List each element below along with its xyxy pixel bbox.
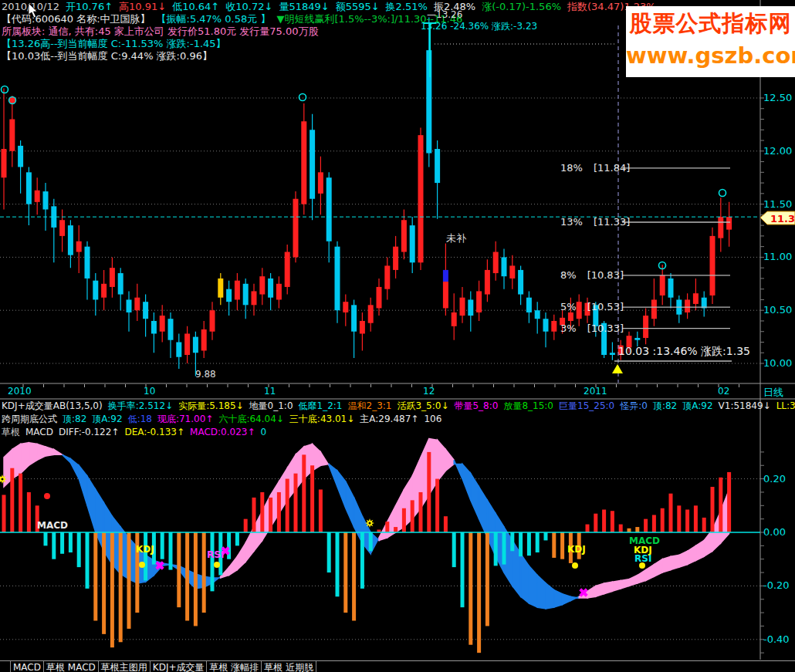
macd-ribbon [646, 565, 655, 581]
macd-ribbon [587, 586, 596, 598]
indicator-value: 顶A:92 [682, 400, 712, 411]
macd-bar [10, 468, 14, 532]
bottom-tab-5[interactable]: 草根 涨幅排 [206, 661, 261, 672]
header-sector-line: 所属板块: 通信, 共有:45 家上市公司 发行价51.80元 发行量75.00… [2, 25, 325, 38]
macd-ribbon [604, 582, 613, 594]
macd-ribbon [688, 545, 696, 564]
macd-ribbon [320, 452, 329, 465]
candlestick-macd-chart[interactable] [0, 0, 795, 660]
macd-bar [452, 532, 456, 567]
macd-bar [211, 532, 215, 591]
candle [668, 279, 674, 298]
macd-bar [185, 532, 189, 621]
bottom-tab-6[interactable]: 草根 近期脱 [261, 661, 316, 672]
macd-bar [669, 494, 673, 532]
macd-bar [586, 525, 590, 532]
macd-ribbon [21, 443, 29, 474]
macd-indicator-label: KDJ [567, 544, 586, 555]
timeline-label[interactable]: 11 [264, 386, 276, 397]
indicator-value: 温和2_3:1 [348, 400, 392, 411]
kdj-dot-marker-icon [214, 562, 220, 568]
bottom-tab-3[interactable]: 草根主图用 [98, 661, 150, 672]
macd-bar [519, 532, 523, 556]
macd-bar [369, 532, 373, 551]
macd-ribbon [70, 459, 79, 479]
candle [551, 321, 556, 332]
signal-ring-icon [719, 190, 726, 197]
candle [101, 284, 107, 298]
candle [184, 333, 190, 355]
candle [85, 247, 90, 279]
candle [235, 281, 240, 300]
macd-bar [594, 514, 597, 532]
indicator-value: 低靡1_2:1 [299, 400, 343, 411]
timeline-label[interactable]: 12 [423, 386, 435, 397]
candle [343, 302, 348, 312]
timeline-label[interactable]: 2011 [584, 386, 607, 397]
indicator-value: 放量8_15:0 [503, 400, 553, 411]
macd-bar [411, 500, 414, 532]
candle [568, 312, 573, 321]
candle [293, 199, 299, 258]
macd-bar [419, 492, 423, 532]
bottom-tab-1[interactable]: MACD [10, 661, 43, 672]
timeline-label[interactable]: 2010 [8, 386, 32, 397]
bottom-tab-2[interactable]: 草根 MACD [43, 661, 98, 672]
macd-ribbon [554, 590, 563, 608]
bottom-tab-4[interactable]: KDJ+成交量 [150, 661, 207, 672]
indicator-value: 跨周期底公式 [2, 414, 57, 424]
candle [2, 149, 7, 177]
timeline-label[interactable]: 02 [718, 386, 729, 397]
macd-ribbon [438, 440, 446, 481]
period-label[interactable]: 日线 [763, 386, 783, 400]
macd-bar [235, 532, 239, 545]
macd-indicator-label: KDJ [136, 544, 154, 555]
candle [643, 316, 648, 338]
macd-bar [86, 532, 90, 589]
current-price-tag: 11.38 [770, 213, 795, 225]
candle [127, 299, 132, 312]
indicator-value: MACD [25, 427, 53, 437]
candle [660, 275, 665, 295]
macd-bar [277, 492, 281, 532]
indicator-value: DEA:-0.133↑ [124, 427, 184, 437]
macd-bar [694, 505, 698, 532]
macd-bar [510, 532, 514, 551]
indicator-value: 低:18 [128, 414, 152, 424]
macd-ribbon [87, 476, 96, 532]
candle [218, 279, 223, 298]
percent-line-text: 3% [560, 322, 577, 334]
macd-bar [552, 532, 556, 558]
macd-bar [385, 522, 389, 532]
candle [168, 319, 174, 340]
price-axis-label: 12.00 [763, 145, 792, 157]
macd-ribbon [671, 555, 679, 569]
macd-bar [619, 525, 623, 532]
quote-field: 低10.64↑ [172, 1, 219, 12]
percent-line-text: [10.33] [587, 322, 624, 334]
macd-bar [93, 532, 97, 621]
candle [210, 310, 215, 332]
macd-ribbon [662, 556, 671, 572]
macd-bar [310, 465, 314, 532]
candle [160, 316, 165, 332]
macd-bar [477, 532, 481, 653]
macd-bar [502, 532, 506, 565]
indicator-value: KDJ+成交量AB(13,5,0) [2, 400, 103, 411]
macd-bar [336, 532, 340, 596]
indicator-value: 巨量15_25:0 [559, 400, 614, 411]
macd-bar [19, 474, 22, 532]
candle [285, 252, 290, 287]
macd-bar [727, 472, 731, 532]
candle [718, 217, 723, 238]
timeline-label[interactable]: 10 [144, 386, 155, 397]
candle [610, 353, 615, 355]
macd-bar [469, 532, 472, 645]
candle [43, 191, 49, 209]
candle [360, 321, 365, 334]
indicator-value: LL:33651 [776, 400, 795, 411]
candle [634, 338, 640, 340]
candle [118, 273, 123, 295]
macd-ribbon [521, 554, 529, 603]
macd-bar [536, 532, 540, 552]
